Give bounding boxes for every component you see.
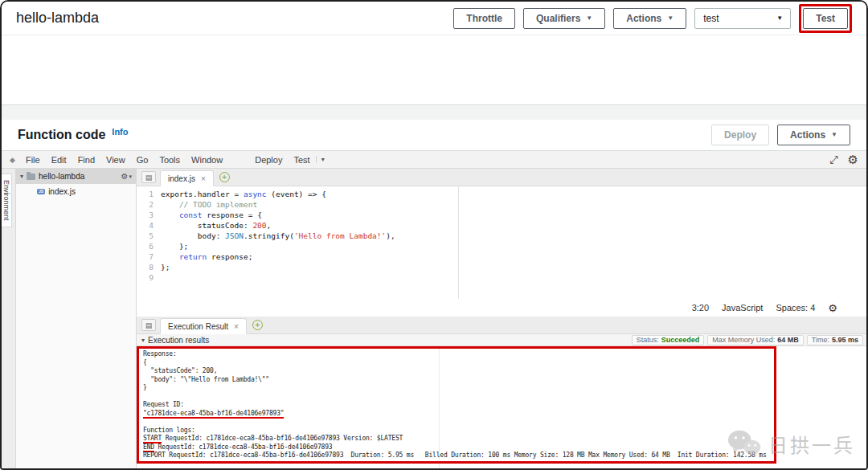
environment-strip: Environment [2, 169, 16, 468]
log-line-10: Function logs: [143, 427, 770, 435]
execution-results-header: ▾ Execution results Status: Succeeded Ma… [137, 334, 866, 346]
collapse-caret-icon[interactable]: ▾ [141, 337, 145, 344]
environment-tab[interactable]: Environment [2, 174, 12, 227]
memory-badge: Max Memory Used: 64 MB [707, 335, 804, 345]
time-label: Time: [812, 336, 829, 344]
test-event-select[interactable]: test ▼ [694, 8, 791, 29]
annotation-box-test-button: Test [799, 4, 852, 33]
close-icon[interactable]: × [201, 174, 206, 183]
editor-statusbar: 3:20 JavaScript Spaces: 4 ⚙ [137, 299, 866, 317]
tab-list-icon[interactable]: ▤ [141, 171, 156, 183]
log-line-8: "c1781dce-eca8-45ba-bf16-de4106e97893" [143, 410, 770, 419]
deploy-button[interactable]: Deploy [711, 125, 769, 145]
close-icon[interactable]: × [234, 322, 239, 331]
editor-settings-gear-icon[interactable]: ⚙ [828, 302, 837, 314]
actions-button[interactable]: Actions ▼ [613, 8, 686, 29]
function-code-section: Function code Info Deploy Actions ▼ ◆ Fi… [2, 120, 866, 468]
menu-file[interactable]: File [20, 155, 46, 165]
ide-deploy-button[interactable]: Deploy [249, 155, 288, 165]
code-line-1: exports.handler = async (event) => { [161, 189, 395, 199]
menu-go[interactable]: Go [131, 155, 154, 165]
log-line-3: "statusCode": 200, [143, 367, 770, 376]
time-badge: Time: 5.95 ms [807, 335, 863, 345]
code-actions-button[interactable]: Actions ▼ [777, 125, 850, 145]
throttle-button[interactable]: Throttle [453, 8, 515, 29]
code-line-4: statusCode: 200, [161, 220, 395, 231]
log-line-12: END RequestId: c1781dce-eca8-45ba-bf16-d… [143, 443, 770, 452]
log-line-4: "body": "\"Hello from Lambda!\"" [143, 376, 770, 385]
time-value: 5.95 ms [832, 336, 858, 344]
info-link[interactable]: Info [112, 127, 128, 137]
new-tab-button[interactable]: + [219, 172, 230, 182]
execution-log-lines: Response:{ "statusCode": 200, "body": "\… [143, 350, 770, 460]
qualifiers-label: Qualifiers [536, 13, 580, 24]
page-title: hello-lambda [16, 10, 99, 27]
editor-code: exports.handler = async (event) => { // … [161, 189, 395, 299]
chevron-down-icon: ▼ [586, 15, 592, 22]
folder-label: hello-lambda [39, 172, 84, 181]
menu-view[interactable]: View [100, 155, 131, 165]
gear-icon: ⚙ [121, 172, 129, 181]
log-line-5: } [143, 384, 770, 393]
caret-down-icon: ▾ [20, 173, 23, 180]
memory-value: 64 MB [777, 336, 799, 344]
indent-setting[interactable]: Spaces: 4 [776, 303, 815, 313]
language-mode[interactable]: JavaScript [722, 303, 763, 313]
line-number: 7 [137, 251, 154, 262]
menu-window[interactable]: Window [186, 155, 228, 165]
actions-label: Actions [626, 13, 661, 24]
ide-menubar-right: ⤢ ⚙ [829, 153, 858, 167]
code-editor-area[interactable]: 123456789 exports.handler = async (event… [137, 186, 866, 299]
ide-settings-gear-icon[interactable]: ⚙ [848, 153, 858, 167]
menu-find[interactable]: Find [72, 155, 100, 165]
code-line-3: const response = { [161, 210, 395, 220]
result-badges: Status: Succeeded Max Memory Used: 64 MB… [632, 335, 865, 345]
log-line-11: START RequestId: c1781dce-eca8-45ba-bf16… [143, 435, 770, 443]
editor-gutter: 123456789 [137, 189, 161, 299]
ide-menu-items: FileEditFindViewGoToolsWindow [20, 155, 228, 165]
page-gap [2, 105, 866, 120]
tree-folder-hello-lambda[interactable]: ▾ hello-lambda ⚙ ▾ [16, 169, 136, 184]
code-line-8: }; [161, 262, 395, 272]
code-line-6: }; [161, 241, 395, 251]
function-code-title: Function code [18, 128, 105, 142]
status-label: Status: [637, 336, 659, 344]
editor-column: ▤ index.js × + 123456789 exports.handler… [137, 169, 866, 468]
menu-tools[interactable]: Tools [154, 155, 186, 165]
log-line-9 [143, 418, 770, 427]
js-file-icon: JS [37, 189, 45, 194]
execution-result-tab[interactable]: Execution Result × [160, 318, 247, 334]
tree-settings-gear-icon[interactable]: ⚙ ▾ [121, 172, 132, 181]
function-header: hello-lambda Throttle Qualifiers ▼ Actio… [2, 2, 866, 35]
tab-list-icon[interactable]: ▤ [141, 319, 156, 331]
line-number: 3 [137, 210, 154, 220]
new-tab-button[interactable]: + [252, 320, 263, 330]
qualifiers-button[interactable]: Qualifiers ▼ [523, 8, 605, 29]
annotation-box-results: Response:{ "statusCode": 200, "body": "\… [137, 346, 776, 464]
tree-file-indexjs[interactable]: JS index.js [16, 184, 136, 199]
editor-tab-indexjs[interactable]: index.js × [160, 170, 214, 186]
header-actions: Throttle Qualifiers ▼ Actions ▼ test ▼ T… [453, 4, 852, 33]
editor-tabbar: ▤ index.js × + [137, 169, 866, 186]
log-line-6 [143, 393, 770, 402]
file-label: index.js [48, 187, 76, 196]
cursor-position[interactable]: 3:20 [692, 303, 709, 313]
fullscreen-icon[interactable]: ⤢ [829, 153, 837, 166]
status-badge: Status: Succeeded [632, 335, 705, 345]
code-actions-label: Actions [790, 129, 825, 141]
chevron-down-icon: ▼ [776, 15, 783, 22]
function-code-actions: Deploy Actions ▼ [711, 125, 850, 145]
execution-log[interactable]: Response:{ "statusCode": 200, "body": "\… [137, 346, 866, 468]
ide-test-dropdown-icon[interactable]: ▾ [316, 156, 330, 163]
app-window: hello-lambda Throttle Qualifiers ▼ Actio… [0, 0, 868, 470]
line-number: 8 [137, 262, 154, 272]
cloud9-logo-icon: ◆ [10, 156, 15, 164]
menu-edit[interactable]: Edit [46, 155, 72, 165]
editor-pane-divider [458, 186, 459, 299]
editor-tab-label: index.js [168, 174, 195, 183]
test-event-value: test [703, 13, 719, 24]
function-code-header: Function code Info Deploy Actions ▼ [2, 120, 866, 150]
ide-test-button[interactable]: Test [288, 155, 315, 165]
code-line-2: // TODO implement [161, 199, 395, 210]
test-button[interactable]: Test [803, 8, 848, 29]
